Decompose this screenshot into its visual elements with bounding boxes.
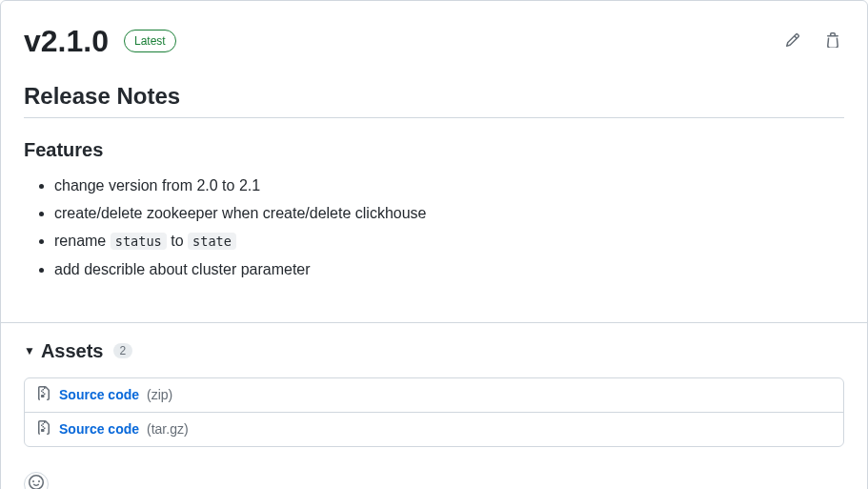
latest-badge: Latest	[124, 30, 176, 52]
feature-item: change version from 2.0 to 2.1	[54, 173, 844, 198]
add-reaction-button[interactable]	[24, 472, 49, 489]
feature-text: change version from 2.0 to 2.1	[54, 177, 260, 194]
assets-list: Source code (zip) Source code (tar.gz)	[24, 377, 844, 447]
release-notes-heading: Release Notes	[24, 83, 844, 118]
trash-icon	[825, 32, 840, 51]
feature-item: create/delete zookeeper when create/dele…	[54, 200, 844, 226]
feature-list: change version from 2.0 to 2.1 create/de…	[24, 173, 844, 282]
zip-icon	[36, 386, 51, 404]
code-new: state	[188, 233, 236, 250]
asset-extension: (tar.gz)	[147, 421, 189, 437]
feature-item: rename status to state	[54, 228, 844, 254]
caret-down-icon: ▼	[24, 344, 35, 357]
asset-row: Source code (zip)	[25, 378, 843, 412]
zip-icon	[36, 420, 51, 438]
asset-link[interactable]: Source code	[59, 387, 139, 402]
code-old: status	[111, 233, 167, 250]
feature-text: to	[167, 233, 188, 249]
header-actions	[781, 29, 844, 54]
feature-text: add describle about cluster parameter	[54, 261, 311, 277]
release-panel: v2.1.0 Latest Release Notes Features cha…	[0, 0, 868, 489]
asset-extension: (zip)	[147, 387, 172, 402]
edit-button[interactable]	[781, 29, 804, 54]
feature-text: rename	[54, 233, 111, 249]
delete-button[interactable]	[821, 29, 844, 54]
feature-text: create/delete zookeeper when create/dele…	[54, 205, 426, 221]
pencil-icon	[785, 32, 800, 51]
assets-count: 2	[113, 343, 133, 358]
smiley-icon	[29, 475, 44, 489]
release-version: v2.1.0	[24, 22, 109, 60]
release-header: v2.1.0 Latest	[1, 1, 867, 68]
asset-link[interactable]: Source code	[59, 421, 139, 437]
assets-label: Assets	[41, 340, 104, 362]
asset-row: Source code (tar.gz)	[25, 412, 843, 446]
feature-item: add describle about cluster parameter	[54, 256, 844, 282]
features-heading: Features	[24, 139, 844, 161]
assets-section: ▼ Assets 2 Source code (zip) Source code…	[1, 323, 867, 462]
assets-toggle[interactable]: ▼ Assets 2	[24, 340, 844, 362]
release-title-group: v2.1.0 Latest	[24, 22, 176, 60]
release-body: Release Notes Features change version fr…	[1, 83, 867, 299]
